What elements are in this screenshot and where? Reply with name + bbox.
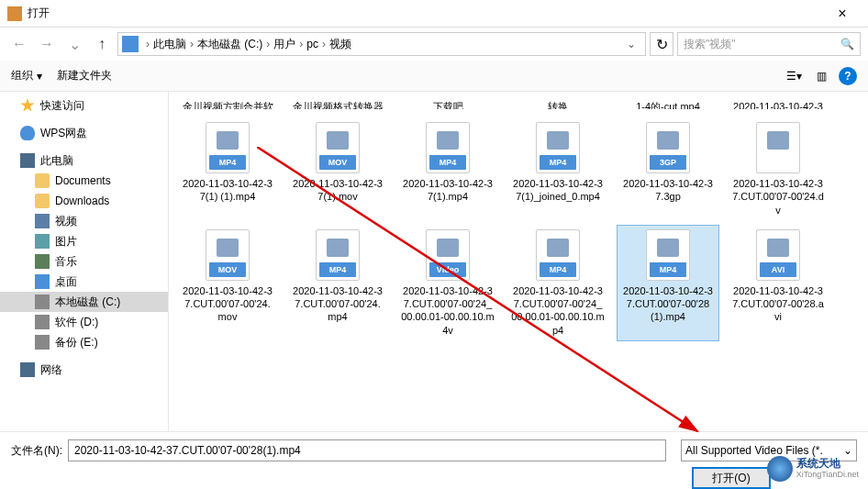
search-placeholder: 搜索"视频" [684, 37, 840, 52]
file-item[interactable]: 3GP2020-11-03-10-42-37.3gp [617, 117, 719, 221]
sidebar-item[interactable]: 桌面 [0, 272, 168, 292]
disk-icon [35, 335, 50, 350]
sidebar-item[interactable]: WPS网盘 [0, 123, 168, 143]
file-item[interactable]: MP42020-11-03-10-42-37(1)_joined_0.mp4 [506, 117, 609, 221]
folder-icon [35, 173, 50, 188]
sidebar-item[interactable]: 网络 [0, 360, 168, 380]
sidebar-item[interactable]: 音乐 [0, 251, 168, 272]
file-icon: MP4 [532, 229, 584, 281]
watermark: 系统天地 XiTongTianDi.net [767, 456, 859, 482]
file-item[interactable]: MOV2020-11-03-10-42-37(1).mov [286, 117, 389, 221]
file-type-badge: AVI [760, 262, 796, 277]
search-icon[interactable]: 🔍 [840, 38, 854, 50]
desktop-icon [35, 274, 50, 289]
disk-icon [35, 315, 50, 329]
breadcrumb[interactable]: › 此电脑 › 本地磁盘 (C:) › 用户 › pc › 视频 ⌄ [117, 32, 646, 56]
sidebar-item-label: 图片 [55, 234, 77, 250]
file-name-label: 2020-11-03-10-42-37.3gp [621, 177, 715, 204]
file-name-label: 转换 [511, 100, 605, 109]
new-folder-button[interactable]: 新建文件夹 [57, 68, 112, 83]
file-item[interactable]: 2020-11-03-10-42-37(1) (1).avi [727, 95, 829, 114]
back-button[interactable]: ← [7, 32, 31, 56]
file-item[interactable]: Video2020-11-03-10-42-37.CUT.00'07-00'24… [396, 225, 499, 341]
file-item[interactable]: MP42020-11-03-10-42-37.CUT.00'07-00'24_0… [506, 225, 609, 341]
organize-menu[interactable]: 组织 ▾ [11, 68, 42, 83]
breadcrumb-dropdown-icon[interactable]: ⌄ [621, 38, 641, 50]
file-icon: MP4 [202, 122, 253, 173]
file-item[interactable]: 转换 [506, 95, 609, 114]
sidebar-item-label: 视频 [55, 214, 77, 229]
sidebar-item[interactable]: Downloads [0, 191, 168, 211]
file-type-badge: MP4 [650, 262, 686, 277]
file-item[interactable]: MP42020-11-03-10-42-37.CUT.00'07-00'28(1… [617, 225, 719, 341]
sidebar-item[interactable]: 图片 [0, 231, 168, 251]
file-name-label: 2020-11-03-10-42-37(1) (1).mp4 [181, 177, 274, 204]
sidebar-item-label: 桌面 [55, 274, 77, 290]
file-item[interactable]: 下载吧 [396, 95, 499, 114]
pic-icon [35, 234, 50, 249]
file-name-label: 2020-11-03-10-42-37(1)_joined_0.mp4 [511, 177, 605, 204]
file-type-badge: MP4 [429, 155, 466, 170]
file-item[interactable]: MP42020-11-03-10-42-37(1).mp4 [396, 117, 499, 221]
toolbar: 组织 ▾ 新建文件夹 ☰▾ ▥ ? [0, 61, 868, 92]
file-item[interactable]: 2020-11-03-10-42-37.CUT.00'07-00'24.dv [727, 117, 829, 221]
file-name-label: 2020-11-03-10-42-37.CUT.00'07-00'28.avi [731, 284, 825, 324]
file-item[interactable]: MP42020-11-03-10-42-37.CUT.00'07-00'24.m… [286, 225, 389, 341]
breadcrumb-item[interactable]: 本地磁盘 (C:) [197, 37, 262, 52]
help-button[interactable]: ? [839, 67, 857, 85]
view-options-button[interactable]: ☰▾ [784, 66, 804, 86]
file-name-label: 2020-11-03-10-42-37.CUT.00'07-00'24.mp4 [291, 284, 384, 324]
sidebar-item[interactable]: 快速访问 [0, 95, 168, 116]
file-icon: MP4 [312, 229, 363, 281]
file-name-label: 2020-11-03-10-42-37(1) (1).avi [731, 100, 825, 109]
open-button[interactable]: 打开(O) [692, 467, 771, 489]
sidebar-item[interactable]: 软件 (D:) [0, 312, 168, 332]
sidebar-item-label: 本地磁盘 (C:) [55, 295, 120, 310]
folder-icon [35, 194, 50, 208]
sidebar-item[interactable]: 备份 (E:) [0, 332, 168, 352]
file-name-label: 2020-11-03-10-42-37.CUT.00'07-00'24_00.0… [511, 284, 605, 337]
close-button[interactable]: × [824, 6, 861, 22]
breadcrumb-item[interactable]: 此电脑 [153, 37, 186, 52]
file-icon: MOV [202, 229, 253, 281]
file-type-badge: MP4 [540, 155, 576, 170]
sidebar-item-label: Documents [55, 174, 111, 187]
preview-pane-button[interactable]: ▥ [811, 66, 831, 86]
breadcrumb-item[interactable]: 视频 [329, 37, 351, 52]
sidebar-item[interactable]: 本地磁盘 (C:) [0, 292, 168, 312]
filename-label: 文件名(N): [11, 443, 62, 459]
sidebar-item-label: Downloads [55, 194, 109, 207]
file-item[interactable]: 金川视频方割合并软件 [176, 95, 279, 114]
search-input[interactable]: 搜索"视频" 🔍 [677, 32, 861, 56]
file-list: 金川视频方割合并软件金川视频格式转换器下载吧转换1-4的-cut.mp42020… [169, 92, 868, 431]
breadcrumb-item[interactable]: pc [306, 38, 318, 50]
sidebar-item-label: 软件 (D:) [55, 315, 98, 330]
disk-icon [35, 295, 50, 309]
sidebar-item-label: 音乐 [55, 254, 77, 270]
sidebar-item[interactable]: Documents [0, 171, 168, 191]
filename-input[interactable] [68, 439, 666, 461]
refresh-button[interactable]: ↻ [650, 32, 673, 56]
file-name-label: 2020-11-03-10-42-37.CUT.00'07-00'24_00.0… [401, 284, 495, 337]
location-icon [122, 36, 139, 52]
sidebar-item[interactable]: 此电脑 [0, 150, 168, 171]
file-name-label: 1-4的-cut.mp4 [621, 100, 715, 109]
breadcrumb-item[interactable]: 用户 [273, 37, 295, 52]
up-button[interactable]: ↑ [90, 32, 114, 56]
dropdown-history-button[interactable]: ⌄ [62, 32, 86, 56]
chevron-down-icon: ⌄ [843, 444, 852, 457]
navigation-bar: ← → ⌄ ↑ › 此电脑 › 本地磁盘 (C:) › 用户 › pc › 视频… [0, 28, 868, 61]
video-icon [35, 214, 50, 228]
file-name-label: 金川视频格式转换器 [291, 100, 384, 109]
file-item[interactable]: MP42020-11-03-10-42-37(1) (1).mp4 [176, 117, 279, 221]
file-name-label: 2020-11-03-10-42-37(1).mp4 [401, 177, 495, 204]
forward-button[interactable]: → [35, 32, 59, 56]
sidebar-item[interactable]: 视频 [0, 211, 168, 231]
file-item[interactable]: MOV2020-11-03-10-42-37.CUT.00'07-00'24.m… [176, 225, 279, 341]
file-icon [752, 122, 804, 173]
file-item[interactable]: AVI2020-11-03-10-42-37.CUT.00'07-00'28.a… [727, 225, 829, 341]
file-item[interactable]: 1-4的-cut.mp4 [617, 95, 719, 114]
file-icon: MP4 [532, 122, 584, 173]
file-item[interactable]: 金川视频格式转换器 [286, 95, 389, 114]
file-name-label: 2020-11-03-10-42-37(1).mov [291, 177, 384, 204]
